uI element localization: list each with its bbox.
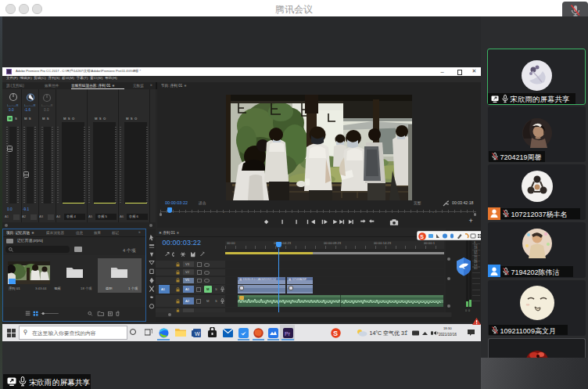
- svg-text:S: S: [333, 330, 338, 337]
- svg-text:Pr: Pr: [285, 330, 291, 336]
- svg-text:W: W: [195, 330, 200, 336]
- svg-text:S: S: [420, 233, 424, 239]
